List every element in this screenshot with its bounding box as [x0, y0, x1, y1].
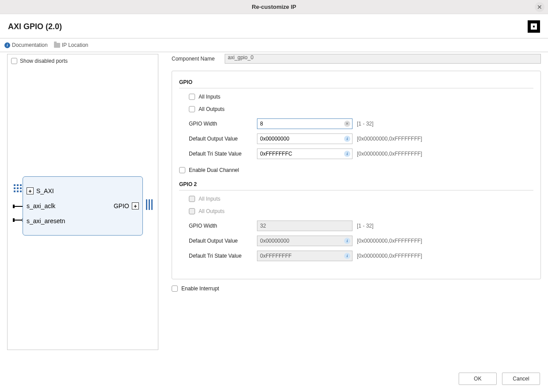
enable-interrupt-checkbox[interactable]: Enable Interrupt — [172, 285, 541, 292]
expand-icon[interactable]: + — [132, 202, 139, 209]
title-bar: Re-customize IP ✕ — [0, 0, 548, 14]
amd-logo-icon — [528, 20, 540, 33]
gpio2-width-row: GPIO Width [1 - 32] — [189, 221, 533, 231]
ip-header: AXI GPIO (2.0) — [0, 14, 548, 38]
gpio2-default-output-input: i — [257, 236, 353, 246]
bus-connector-icon — [14, 184, 22, 192]
gpio-config-box: GPIO All Inputs All Outputs GPIO Width ✕… — [172, 71, 541, 279]
info-icon[interactable]: i — [344, 151, 350, 157]
gpio-width-row: GPIO Width ✕ [1 - 32] — [189, 118, 533, 129]
main-area: Show disabled ports + S_AXI s_axi_aclk s… — [0, 52, 548, 350]
ip-block-diagram[interactable]: + S_AXI s_axi_aclk s_axi_aresetn GPIO + — [23, 176, 143, 236]
component-name-row: Component Name axi_gpio_0 — [172, 54, 541, 64]
close-button[interactable]: ✕ — [535, 2, 544, 12]
gpio2-tristate-row: Default Tri State Value i [0x00000000,0x… — [189, 251, 533, 261]
ok-button[interactable]: OK — [459, 373, 497, 385]
preview-panel: Show disabled ports + S_AXI s_axi_aclk s… — [7, 54, 158, 350]
gpio-all-outputs-checkbox[interactable]: All Outputs — [189, 106, 533, 112]
port-s-axi-aresetn[interactable]: s_axi_aresetn — [27, 217, 65, 225]
gpio-all-inputs-checkbox[interactable]: All Inputs — [189, 94, 533, 100]
info-icon: i — [4, 42, 10, 48]
show-disabled-label: Show disabled ports — [20, 58, 68, 64]
show-disabled-checkbox-input[interactable] — [11, 58, 17, 64]
gpio-tristate-row: Default Tri State Value i [0x00000000,0x… — [189, 148, 533, 159]
clock-connector-icon — [14, 206, 23, 207]
gpio2-all-outputs-checkbox: All Outputs — [189, 208, 533, 214]
folder-icon — [54, 43, 60, 48]
links-row: i Documentation IP Location — [0, 38, 548, 52]
gpio2-all-inputs-checkbox: All Inputs — [189, 196, 533, 202]
port-s-axi[interactable]: + S_AXI — [27, 187, 54, 194]
gpio2-width-input — [257, 221, 353, 231]
expand-icon[interactable]: + — [27, 187, 34, 194]
gpio2-section-header: GPIO 2 — [179, 181, 533, 190]
clear-icon[interactable]: ✕ — [344, 121, 350, 127]
ip-location-label: IP Location — [62, 42, 88, 48]
ip-title: AXI GPIO (2.0) — [8, 22, 62, 31]
gpio2-tristate-input: i — [257, 251, 353, 261]
gpio-default-output-row: Default Output Value i [0x00000000,0xFFF… — [189, 133, 533, 144]
enable-dual-channel-checkbox[interactable]: Enable Dual Channel — [179, 167, 533, 173]
reset-connector-icon — [14, 220, 23, 221]
info-icon: i — [344, 253, 350, 259]
footer-buttons: OK Cancel — [459, 373, 540, 385]
cancel-button[interactable]: Cancel — [502, 373, 540, 385]
port-s-axi-aclk[interactable]: s_axi_aclk — [27, 202, 55, 209]
close-icon: ✕ — [537, 4, 542, 11]
show-disabled-ports-checkbox[interactable]: Show disabled ports — [11, 58, 154, 64]
window-title: Re-customize IP — [252, 4, 296, 10]
gpio-default-output-input[interactable]: i — [257, 133, 353, 144]
info-icon[interactable]: i — [344, 136, 350, 142]
component-name-input[interactable]: axi_gpio_0 — [225, 54, 541, 64]
component-name-label: Component Name — [172, 56, 225, 62]
gpio-width-input[interactable]: ✕ — [257, 118, 353, 129]
ip-location-link[interactable]: IP Location — [54, 42, 88, 48]
gpio2-default-output-row: Default Output Value i [0x00000000,0xFFF… — [189, 236, 533, 246]
gpio-connector-icon — [146, 199, 153, 210]
documentation-link[interactable]: i Documentation — [4, 42, 48, 48]
gpio-section-header: GPIO — [179, 79, 533, 88]
port-gpio[interactable]: GPIO + — [114, 202, 139, 209]
config-panel: Component Name axi_gpio_0 GPIO All Input… — [172, 54, 541, 350]
info-icon: i — [344, 238, 350, 244]
gpio-tristate-input[interactable]: i — [257, 148, 353, 159]
documentation-label: Documentation — [12, 42, 48, 48]
